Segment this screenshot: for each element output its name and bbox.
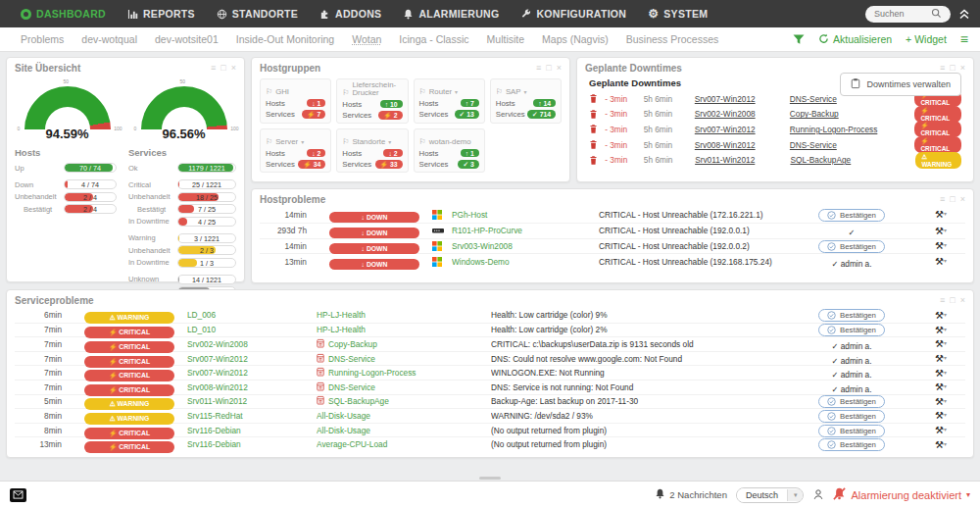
host-link[interactable]: Srv007-Win2012 [187, 368, 317, 378]
hostgroup-name[interactable]: ⚐Standorte▾ [342, 131, 402, 146]
stat-bar[interactable]: 25 / 1221 [177, 179, 236, 189]
service-link[interactable]: HP-LJ-Health [317, 325, 366, 334]
nav-reports[interactable]: REPORTS [117, 0, 206, 27]
delete-downtime-icon[interactable] [589, 155, 605, 166]
service-link[interactable]: DNS-Service [790, 94, 837, 104]
panel-close-icon[interactable]: × [557, 64, 562, 73]
host-link[interactable]: Srv011-Win2012 [695, 155, 755, 165]
service-actions-menu[interactable]: ⚒▾ [916, 381, 965, 392]
service-link[interactable]: DNS-Service [790, 140, 837, 150]
stat-bar[interactable]: 18 / 25 [177, 192, 236, 202]
manage-downtimes-button[interactable]: Downtimes verwalten [840, 73, 961, 96]
host-link[interactable]: Srv007-Win2012 [695, 94, 756, 104]
host-link[interactable]: R101-HP-ProCurve [452, 226, 599, 235]
stat-bar[interactable]: 4 / 74 [64, 179, 117, 189]
service-link[interactable]: All-Disk-Usage [317, 411, 370, 421]
search-input[interactable] [874, 9, 925, 19]
delete-downtime-icon[interactable] [589, 139, 605, 150]
panel-expand-icon[interactable]: □ [950, 64, 955, 73]
service-actions-menu[interactable]: ⚒▾ [916, 410, 965, 421]
stat-bar[interactable]: 2 / 3 [177, 245, 236, 255]
host-link[interactable]: Srv007-Win2012 [695, 125, 756, 134]
tab-inside-out-monitoring[interactable]: Inside-Out Monitoring [227, 33, 343, 45]
search-box[interactable] [865, 6, 951, 23]
tab-multisite[interactable]: Multisite [478, 33, 534, 45]
services-count-badge[interactable]: ⚡ 33 [375, 160, 403, 169]
stat-bar[interactable]: 14 / 1221 [177, 275, 236, 284]
host-link[interactable]: LD_010 [187, 325, 317, 334]
stat-bar[interactable]: 2 / 4 [64, 192, 117, 202]
panel-close-icon[interactable]: × [960, 296, 965, 305]
acknowledge-button[interactable]: Bestätigen [818, 209, 885, 222]
stat-bar[interactable]: 1179 / 1221 [177, 163, 236, 173]
refresh-button[interactable]: Aktualisieren [818, 33, 892, 46]
menu-icon[interactable]: ≡ [960, 34, 968, 44]
host-link[interactable]: PGh-Host [452, 210, 599, 220]
service-link[interactable]: HP-LJ-Health [317, 310, 366, 320]
alerting-disabled-toggle[interactable]: Alarmierung deaktiviert ▾ [833, 487, 970, 502]
host-link[interactable]: Srv116-Debian [187, 426, 317, 435]
host-link[interactable]: Srv116-Debian [187, 439, 317, 449]
hosts-count-badge[interactable]: ↑ 7 [461, 99, 479, 107]
services-count-badge[interactable]: ⚡ 7 [302, 110, 325, 119]
hostgroup-name[interactable]: ⚐SAP▾ [496, 81, 556, 96]
hosts-count-badge[interactable]: ↑ 1 [461, 149, 479, 157]
host-actions-menu[interactable]: ⚒▾ [916, 226, 965, 236]
language-select[interactable]: Deutsch ▾ [736, 487, 805, 503]
service-actions-menu[interactable]: ⚒▾ [916, 338, 965, 349]
hostgroup-name[interactable]: ⚐Server▾ [266, 131, 325, 146]
service-link[interactable]: SQL-BackupAge [790, 155, 851, 165]
nav-addons[interactable]: ADDONS [309, 0, 392, 27]
panel-menu-icon[interactable]: ≡ [940, 296, 945, 305]
service-actions-menu[interactable]: ⚒▾ [916, 325, 965, 335]
footer-collapse-handle[interactable] [479, 477, 501, 480]
delete-downtime-icon[interactable] [589, 124, 605, 134]
services-count-badge[interactable]: ✓ 714 [527, 110, 556, 119]
panel-menu-icon[interactable]: ≡ [211, 64, 216, 73]
add-widget-button[interactable]: + Widget [906, 33, 947, 45]
host-link[interactable]: Srv011-Win2012 [187, 396, 317, 406]
service-link[interactable]: Average-CPU-Load [317, 439, 387, 449]
nav-dashboard[interactable]: DASHBOARD [10, 0, 117, 27]
service-actions-menu[interactable]: ⚒▾ [916, 425, 965, 435]
stat-bar[interactable]: 3 / 1221 [177, 233, 236, 243]
search-icon[interactable] [931, 5, 942, 23]
host-link[interactable]: Srv002-Win2008 [695, 109, 756, 119]
host-actions-menu[interactable]: ⚒▾ [916, 209, 965, 220]
service-link[interactable]: DNS-Service [328, 354, 375, 364]
service-link[interactable]: Running-Logon-Process [328, 368, 416, 378]
panel-expand-icon[interactable]: □ [546, 64, 551, 73]
host-link[interactable]: Windows-Demo [452, 257, 599, 267]
panel-menu-icon[interactable]: ≡ [940, 195, 945, 204]
host-link[interactable]: Srv008-Win2012 [695, 140, 756, 150]
panel-expand-icon[interactable]: □ [950, 296, 955, 305]
host-link[interactable]: Srv003-Win2008 [452, 241, 599, 251]
services-count-badge[interactable]: ✓ 13 [455, 110, 479, 119]
nav-konfiguration[interactable]: KONFIGURATION [510, 0, 637, 27]
stat-bar[interactable]: 70 / 74 [64, 163, 117, 173]
stat-bar[interactable]: 1 / 3 [177, 258, 236, 268]
tab-icinga-classic[interactable]: Icinga - Classic [390, 33, 477, 45]
service-link[interactable]: Copy-Backup [790, 109, 839, 119]
host-link[interactable]: Srv002-Win2008 [187, 339, 317, 349]
hostgroup-name[interactable]: ⚐Router▾ [419, 81, 479, 96]
user-icon[interactable] [812, 486, 824, 504]
hostgroup-name[interactable]: ⚐Lieferschein-Drucker [342, 81, 402, 97]
tab-problems[interactable]: Problems [12, 33, 73, 45]
filter-icon[interactable] [793, 34, 805, 45]
hosts-count-badge[interactable]: ↑ 10 [380, 100, 403, 108]
host-link[interactable]: LD_006 [187, 310, 317, 320]
panel-close-icon[interactable]: × [231, 64, 236, 73]
hosts-count-badge[interactable]: ↓ 2 [383, 149, 402, 157]
stat-bar[interactable]: 7 / 25 [177, 204, 236, 214]
collapse-header-icon[interactable] [958, 8, 970, 20]
panel-close-icon[interactable]: × [960, 195, 965, 204]
tab-dev-wotsite01[interactable]: dev-wotsite01 [146, 33, 227, 45]
host-actions-menu[interactable]: ⚒▾ [916, 256, 965, 267]
delete-downtime-icon[interactable] [589, 93, 605, 104]
panel-menu-icon[interactable]: ≡ [940, 64, 945, 73]
tab-wotan[interactable]: Wotan [343, 33, 390, 45]
panel-menu-icon[interactable]: ≡ [536, 64, 541, 73]
acknowledge-button[interactable]: Bestätigen [818, 438, 885, 451]
service-actions-menu[interactable]: ⚒▾ [916, 353, 965, 364]
